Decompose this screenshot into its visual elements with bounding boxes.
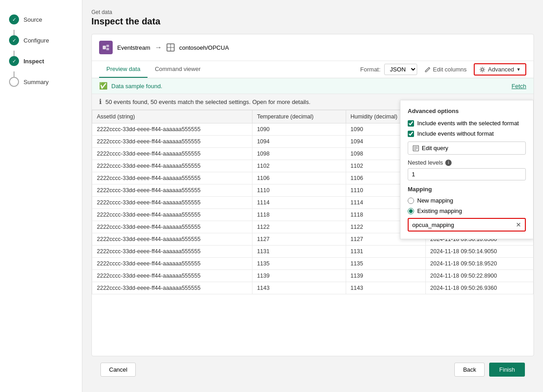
table-cell: 2222cccc-33dd-eeee-ff44-aaaaaa555555 [92,258,252,270]
svg-point-6 [481,68,484,71]
advanced-button[interactable]: Advanced ▼ [474,63,526,76]
sidebar-item-inspect[interactable]: ✓ Inspect [0,51,82,71]
tab-command-viewer[interactable]: Command viewer [148,61,208,78]
table-cell: 1114 [252,197,346,209]
sidebar-item-summary[interactable]: Summary [0,71,82,92]
table-cell: 2222cccc-33dd-eeee-ff44-aaaaaa555555 [92,197,252,209]
table-cell: 2222cccc-33dd-eeee-ff44-aaaaaa555555 [92,209,252,221]
table-row: 2222cccc-33dd-eeee-ff44-aaaaaa5555551143… [92,282,533,294]
step-circle-configure: ✓ [9,35,19,45]
table-cell: 2222cccc-33dd-eeee-ff44-aaaaaa555555 [92,136,252,148]
table-row: 2222cccc-33dd-eeee-ff44-aaaaaa5555551135… [92,258,533,270]
sidebar: ✓ Source ✓ Configure ✓ Inspect Summary [0,0,82,392]
page-header: Get data Inspect the data [91,9,534,27]
checkbox-include-format: Include events with the selected format [408,120,526,127]
back-button[interactable]: Back [454,363,485,377]
finish-button[interactable]: Finish [489,363,525,377]
table-cell: 2222cccc-33dd-eeee-ff44-aaaaaa555555 [92,282,252,294]
radio-new-mapping-input[interactable] [408,198,414,204]
table-cell: 1135 [346,258,425,270]
checkbox-without-format: Include events without format [408,130,526,137]
connection-bar: Eventstream → contosoeh/OPCUA [92,34,533,61]
radio-new-mapping: New mapping [408,197,526,204]
table-cell: 2222cccc-33dd-eeee-ff44-aaaaaa555555 [92,160,252,172]
radio-new-mapping-label: New mapping [417,197,453,204]
gear-icon [479,66,486,73]
table-cell: 1102 [252,160,346,172]
sidebar-item-configure[interactable]: ✓ Configure [0,30,82,51]
sidebar-item-source[interactable]: ✓ Source [0,9,82,30]
source-label: Eventstream [117,44,150,51]
sidebar-label-inspect: Inspect [24,58,44,65]
radio-existing-mapping-input[interactable] [408,208,414,214]
edit-query-icon [413,145,419,151]
table-cell: 2222cccc-33dd-eeee-ff44-aaaaaa555555 [92,123,252,136]
edit-columns-button[interactable]: Edit columns [421,64,470,75]
table-row: 2222cccc-33dd-eeee-ff44-aaaaaa5555551139… [92,270,533,282]
mapping-input[interactable] [412,222,516,228]
step-circle-inspect: ✓ [9,56,19,66]
table-row: 2222cccc-33dd-eeee-ff44-aaaaaa5555551131… [92,246,533,258]
get-data-label: Get data [91,9,534,15]
checkbox-without-format-input[interactable] [408,131,414,137]
table-cell: 1110 [252,184,346,197]
advanced-panel: Advanced options Include events with the… [400,100,533,239]
target-label: contosoeh/OPCUA [179,44,229,51]
table-cell: 1131 [346,246,425,258]
table-cell: 2222cccc-33dd-eeee-ff44-aaaaaa555555 [92,270,252,282]
step-circle-summary [9,77,19,87]
advanced-panel-title: Advanced options [408,108,526,114]
sidebar-label-configure: Configure [24,37,49,44]
fetch-link[interactable]: Fetch [511,83,526,90]
table-cell: 1139 [346,270,425,282]
eventstream-icon [99,41,113,54]
table-cell: 2024-11-18 09:50:26.9360 [425,282,533,294]
col-temperature: Temperature (decimal) [252,110,346,123]
edit-query-button[interactable]: Edit query [408,142,526,155]
format-label: Format: [360,66,381,73]
sidebar-label-summary: Summary [24,79,49,85]
table-grid-icon [167,43,175,52]
footer: Cancel Back Finish [91,356,534,383]
svg-rect-1 [106,45,109,47]
success-alert: ✅ Data sample found. Fetch [92,78,533,94]
table-cell: 1094 [252,136,346,148]
nested-input[interactable] [408,168,526,180]
table-cell: 2222cccc-33dd-eeee-ff44-aaaaaa555555 [92,233,252,246]
table-cell: 2024-11-18 09:50:18.9520 [425,258,533,270]
success-icon: ✅ [99,82,108,90]
arrow-icon: → [155,43,162,52]
footer-right: Back Finish [454,363,525,377]
table-cell: 2222cccc-33dd-eeee-ff44-aaaaaa555555 [92,148,252,160]
radio-existing-mapping-label: Existing mapping [417,208,462,214]
table-cell: 1118 [252,209,346,221]
svg-rect-0 [103,46,106,49]
table-cell: 1135 [252,258,346,270]
checkbox-include-format-input[interactable] [408,120,414,127]
table-cell: 1143 [252,282,346,294]
table-cell: 2222cccc-33dd-eeee-ff44-aaaaaa555555 [92,172,252,184]
table-cell: 2024-11-18 09:50:14.9050 [425,246,533,258]
step-circle-source: ✓ [9,14,19,24]
nested-label: Nested levels i [408,159,526,166]
nested-info-icon[interactable]: i [445,160,452,166]
table-cell: 1106 [252,172,346,184]
table-cell: 1090 [252,123,346,136]
table-cell: 2222cccc-33dd-eeee-ff44-aaaaaa555555 [92,221,252,233]
radio-existing-mapping: Existing mapping [408,208,526,214]
table-cell: 1098 [252,148,346,160]
svg-rect-2 [106,48,109,50]
mapping-clear-icon[interactable]: ✕ [516,221,521,228]
table-cell: 1143 [346,282,425,294]
checkbox-without-format-label: Include events without format [417,130,494,137]
cancel-button[interactable]: Cancel [100,363,136,377]
table-cell: 1131 [252,246,346,258]
info-icon: ℹ [99,98,102,106]
table-cell: 2222cccc-33dd-eeee-ff44-aaaaaa555555 [92,184,252,197]
format-select[interactable]: JSON CSV Avro [384,64,417,75]
tab-preview-data[interactable]: Preview data [99,61,148,78]
tabs-bar: Preview data Command viewer Format: JSON… [92,61,533,78]
table-cell: 2024-11-18 09:50:22.8900 [425,270,533,282]
table-cell: 1122 [252,221,346,233]
main-card: Eventstream → contosoeh/OPCUA Preview da… [91,34,534,356]
